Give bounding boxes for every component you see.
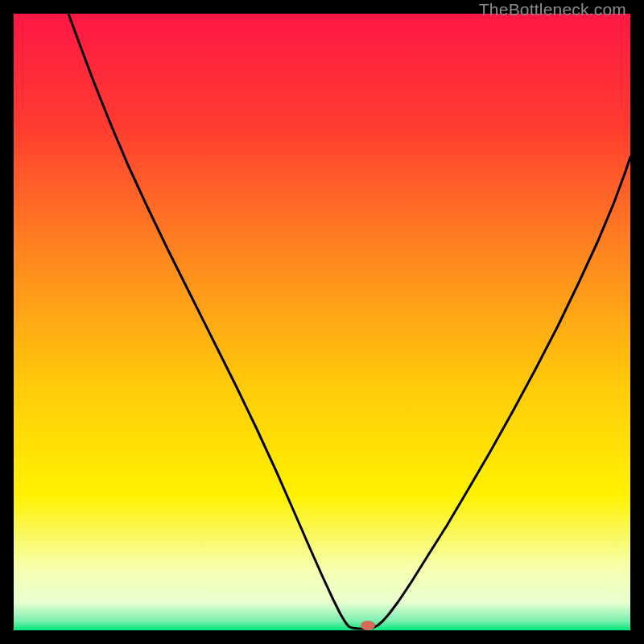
chart-frame [14, 14, 630, 630]
watermark-text: TheBottleneck.com [479, 0, 626, 19]
gradient-background [14, 14, 630, 630]
bottleneck-chart [14, 14, 630, 630]
optimal-point-marker [361, 621, 375, 630]
